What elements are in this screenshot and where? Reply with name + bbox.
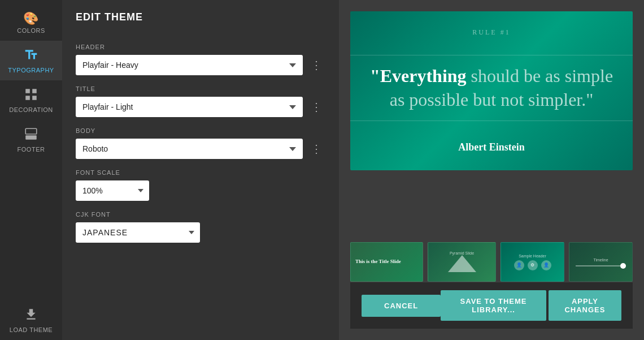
slide-quote: "Everything should be as simple as possi… — [350, 64, 633, 111]
thumb-2-label: Pyramid Slide — [450, 251, 474, 255]
sidebar: 🎨 COLORS TYPOGRAPHY DECORATION FOOTER — [0, 0, 62, 340]
thumb-3-label: Sample Header — [519, 254, 546, 258]
header-select[interactable]: Playfair - Heavy Playfair - Light Roboto… — [76, 55, 303, 75]
thumbnail-strip: This is the Title Slide Pyramid Slide Sa… — [350, 242, 633, 282]
text-fields-icon — [24, 48, 38, 64]
cancel-button[interactable]: CANCEL — [362, 295, 441, 317]
cjk-label: CJK FONT — [76, 211, 325, 218]
bottom-bar: CANCEL SAVE TO THEME LIBRARY... APPLY CH… — [350, 282, 633, 329]
grid-icon — [24, 87, 38, 104]
body-label: BODY — [76, 127, 325, 134]
title-row: Playfair - Heavy Playfair - Light Roboto… — [76, 97, 325, 117]
save-button[interactable]: SAVE TO THEME LIBRARY... — [441, 290, 546, 321]
title-select[interactable]: Playfair - Heavy Playfair - Light Roboto… — [76, 97, 303, 117]
sidebar-item-label: TYPOGRAPHY — [8, 67, 54, 74]
right-buttons: SAVE TO THEME LIBRARY... APPLY CHANGES — [441, 290, 621, 321]
sidebar-item-load-theme[interactable]: LOAD THEME — [0, 300, 62, 340]
body-row: Roboto Open Sans Lato Montserrat ⋮ — [76, 139, 325, 159]
palette-icon: 🎨 — [23, 12, 39, 25]
cjk-select[interactable]: JAPANESE CHINESE KOREAN — [76, 222, 200, 243]
sidebar-item-label: DECORATION — [9, 106, 53, 113]
slide-preview-container: RULE #1 "Everything should be as simple … — [350, 11, 633, 235]
sidebar-item-label: FOOTER — [18, 146, 45, 153]
sidebar-item-label: COLORS — [17, 27, 45, 34]
quote-bold-part: "Everything — [370, 66, 471, 86]
slide-divider-2 — [350, 120, 633, 121]
thumb-circle-2: ⚙ — [528, 260, 538, 270]
thumb-timeline-line — [576, 265, 626, 266]
slide-rule-text: RULE #1 — [472, 28, 510, 37]
header-row: Playfair - Heavy Playfair - Light Roboto… — [76, 55, 325, 75]
sidebar-item-colors[interactable]: 🎨 COLORS — [0, 6, 62, 41]
thumbnail-4[interactable]: Timeline — [569, 242, 633, 282]
sidebar-item-decoration[interactable]: DECORATION — [0, 80, 62, 120]
body-more-button[interactable]: ⋮ — [307, 141, 325, 157]
header-more-button[interactable]: ⋮ — [307, 57, 325, 73]
thumb-circle-1: 👤 — [514, 260, 524, 270]
title-label: TITLE — [76, 85, 325, 92]
header-label: HEADER — [76, 44, 325, 50]
sidebar-item-footer[interactable]: FOOTER — [0, 120, 62, 160]
thumb-1-text: This is the Title Slide — [355, 259, 401, 265]
title-more-button[interactable]: ⋮ — [307, 99, 325, 115]
svg-rect-0 — [25, 135, 37, 140]
thumbnail-1[interactable]: This is the Title Slide — [350, 242, 423, 282]
thumbnail-3[interactable]: Sample Header 👤 ⚙ 👤 — [501, 242, 564, 282]
font-scale-label: FONT SCALE — [76, 169, 325, 176]
apply-button[interactable]: APPLY CHANGES — [549, 290, 621, 321]
sidebar-item-typography[interactable]: TYPOGRAPHY — [0, 41, 62, 80]
svg-rect-1 — [25, 128, 37, 134]
cjk-row: JAPANESE CHINESE KOREAN — [76, 222, 325, 243]
footer-icon — [24, 127, 38, 144]
body-select[interactable]: Roboto Open Sans Lato Montserrat — [76, 139, 303, 159]
panel-title: EDIT THEME — [76, 11, 325, 23]
sidebar-item-label: LOAD THEME — [10, 326, 53, 333]
edit-panel: EDIT THEME HEADER Playfair - Heavy Playf… — [62, 0, 339, 340]
slide-author: Albert Einstein — [458, 141, 525, 153]
thumb-pyramid-shape — [448, 255, 476, 272]
slide-divider — [350, 55, 633, 55]
font-scale-row: 75% 90% 100% 110% 125% — [76, 180, 325, 201]
main-content: RULE #1 "Everything should be as simple … — [339, 0, 644, 340]
thumb-circle-3: 👤 — [541, 260, 551, 270]
slide-preview: RULE #1 "Everything should be as simple … — [350, 11, 633, 170]
upload-icon — [24, 307, 38, 324]
thumb-timeline-dot — [620, 263, 626, 269]
thumb-4-label: Timeline — [593, 258, 608, 262]
font-scale-select[interactable]: 75% 90% 100% 110% 125% — [76, 180, 149, 201]
thumbnail-2[interactable]: Pyramid Slide — [428, 242, 496, 282]
